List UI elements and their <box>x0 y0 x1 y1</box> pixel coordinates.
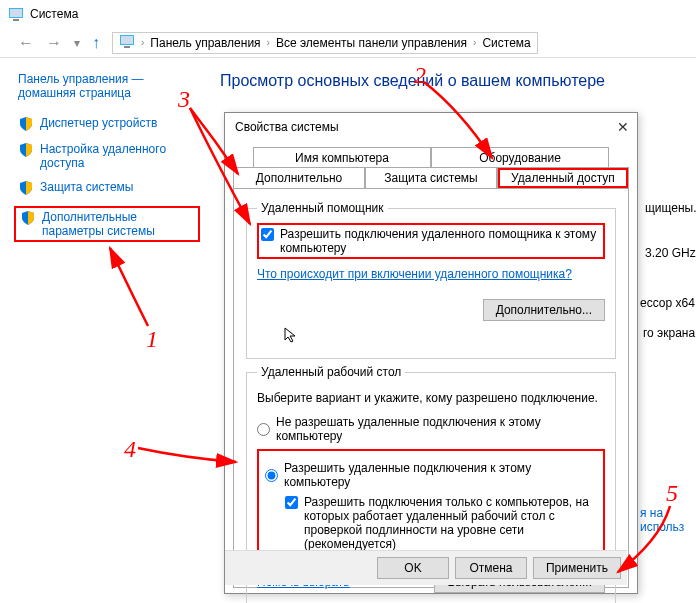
ra-help-link[interactable]: Что происходит при включении удаленного … <box>257 267 572 281</box>
page-title: Просмотр основных сведений о вашем компь… <box>220 72 605 90</box>
annotation-5: 5 <box>666 480 678 507</box>
ok-button[interactable]: OK <box>377 557 449 579</box>
shield-icon <box>20 210 36 226</box>
cursor-icon <box>283 327 299 343</box>
rd-allow-label: Разрешить удаленные подключения к этому … <box>284 461 597 489</box>
sidebar-home[interactable]: Панель управления — домашняя страница <box>18 72 200 100</box>
shield-icon <box>18 180 34 196</box>
rd-nla-label: Разрешить подключения только с компьютер… <box>304 495 597 551</box>
allow-ra-row[interactable]: Разрешить подключения удаленного помощни… <box>257 223 605 259</box>
breadcrumb-2[interactable]: Все элементы панели управления <box>276 36 467 50</box>
dialog-button-row: OK Отмена Применить <box>225 550 627 585</box>
window-title: Система <box>30 7 78 21</box>
rd-intro: Выберите вариант и укажите, кому разреше… <box>257 391 605 405</box>
svg-rect-2 <box>13 19 19 21</box>
allow-ra-checkbox[interactable] <box>261 228 274 241</box>
rd-nla-row[interactable]: Разрешить подключения только с компьютер… <box>285 495 597 551</box>
sidebar-item-advanced-settings[interactable]: Дополнительные параметры системы <box>14 206 200 242</box>
history-dropdown[interactable]: ▾ <box>74 36 80 50</box>
forward-button[interactable]: → <box>46 34 62 52</box>
sidebar-item-remote-settings[interactable]: Настройка удаленного доступа <box>18 142 200 170</box>
tab-row-top: Имя компьютера Оборудование <box>253 147 609 168</box>
back-button[interactable]: ← <box>18 34 34 52</box>
sidebar-link[interactable]: Настройка удаленного доступа <box>40 142 200 170</box>
up-button[interactable]: ↑ <box>92 34 100 52</box>
group-label: Удаленный помощник <box>257 201 388 215</box>
remote-assistance-group: Удаленный помощник Разрешить подключения… <box>246 201 616 359</box>
rd-nla-checkbox[interactable] <box>285 496 298 509</box>
rd-allow-radio[interactable] <box>265 469 278 482</box>
bg-text: я на использ <box>640 506 696 534</box>
sidebar-link[interactable]: Защита системы <box>40 180 133 194</box>
rd-deny-row[interactable]: Не разрешать удаленные подключения к это… <box>257 415 605 443</box>
shield-icon <box>18 116 34 132</box>
bg-text: щищены. <box>645 201 696 215</box>
breadcrumb-1[interactable]: Панель управления <box>150 36 260 50</box>
allow-ra-label: Разрешить подключения удаленного помощни… <box>280 227 601 255</box>
dialog-titlebar: Свойства системы ✕ <box>225 113 637 141</box>
address-bar[interactable]: › Панель управления › Все элементы панел… <box>112 32 538 54</box>
dialog-title: Свойства системы <box>235 120 339 134</box>
breadcrumb-3[interactable]: Система <box>482 36 530 50</box>
tab-protection[interactable]: Защита системы <box>365 167 497 188</box>
rd-deny-radio[interactable] <box>257 423 270 436</box>
tab-computer-name[interactable]: Имя компьютера <box>253 147 431 168</box>
sidebar-item-system-protection[interactable]: Защита системы <box>18 180 200 196</box>
group-label: Удаленный рабочий стол <box>257 365 405 379</box>
ra-advanced-button[interactable]: Дополнительно... <box>483 299 605 321</box>
chevron-right-icon: › <box>141 37 144 48</box>
cancel-button[interactable]: Отмена <box>455 557 527 579</box>
chevron-right-icon: › <box>267 37 270 48</box>
system-icon <box>8 6 24 22</box>
sidebar-item-device-manager[interactable]: Диспетчер устройств <box>18 116 200 132</box>
apply-button[interactable]: Применить <box>533 557 621 579</box>
rd-allow-row[interactable]: Разрешить удаленные подключения к этому … <box>265 461 597 489</box>
sidebar-home-link[interactable]: Панель управления — домашняя страница <box>18 72 200 100</box>
sidebar-link[interactable]: Дополнительные параметры системы <box>42 210 194 238</box>
bg-text: го экрана <box>643 326 695 340</box>
nav-toolbar: ← → ▾ ↑ › Панель управления › Все элемен… <box>0 28 696 58</box>
monitor-icon <box>119 33 135 52</box>
shield-icon <box>18 142 34 158</box>
bg-text: 3.20 GHz <box>645 246 696 260</box>
tab-hardware[interactable]: Оборудование <box>431 147 609 168</box>
annotation-4: 4 <box>124 436 136 463</box>
bg-text: ессор x64 <box>640 296 695 310</box>
tab-advanced[interactable]: Дополнительно <box>233 167 365 188</box>
svg-rect-4 <box>121 36 133 44</box>
tab-content: Удаленный помощник Разрешить подключения… <box>233 188 629 588</box>
chevron-right-icon: › <box>473 37 476 48</box>
sidebar-link[interactable]: Диспетчер устройств <box>40 116 157 130</box>
system-properties-dialog: Свойства системы ✕ Имя компьютера Оборуд… <box>224 112 638 594</box>
svg-rect-1 <box>10 9 22 17</box>
annotation-1: 1 <box>146 326 158 353</box>
close-icon[interactable]: ✕ <box>617 119 629 135</box>
tab-remote[interactable]: Удаленный доступ <box>497 167 629 188</box>
window-titlebar: Система <box>0 0 696 28</box>
rd-allow-block: Разрешить удаленные подключения к этому … <box>257 449 605 561</box>
svg-rect-5 <box>124 46 130 48</box>
tab-row-bottom: Дополнительно Защита системы Удаленный д… <box>233 167 629 188</box>
rd-deny-label: Не разрешать удаленные подключения к это… <box>276 415 605 443</box>
sidebar: Панель управления — домашняя страница Ди… <box>0 58 210 262</box>
